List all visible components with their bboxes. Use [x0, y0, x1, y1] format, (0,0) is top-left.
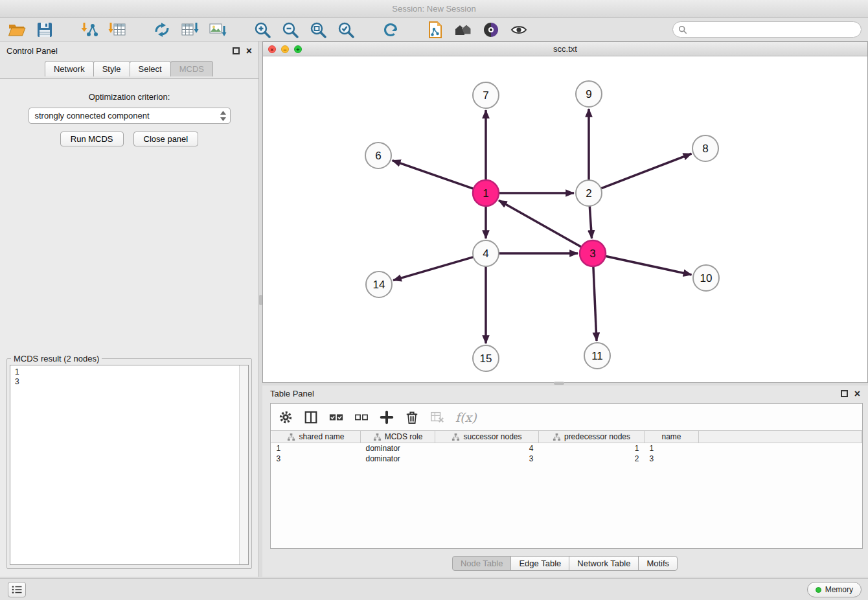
network-window-titlebar[interactable]: × − + scc.txt [263, 42, 867, 56]
graph-node-8[interactable]: 8 [692, 135, 718, 161]
column-header-predecessor-nodes[interactable]: predecessor nodes [539, 431, 645, 443]
edge-3-1[interactable] [499, 200, 582, 247]
close-window-icon[interactable]: × [268, 45, 276, 53]
table-settings-gear-icon[interactable] [279, 410, 293, 424]
zoom-out-icon[interactable] [281, 21, 299, 39]
mcds-result-legend: MCDS result (2 nodes) [11, 354, 102, 363]
app-titlebar: Session: New Session [0, 0, 868, 17]
vertical-splitter-handle[interactable] [259, 295, 262, 305]
delete-column-trash-icon[interactable] [405, 410, 419, 424]
graph-node-11[interactable]: 11 [584, 343, 610, 369]
tab-network-table[interactable]: Network Table [569, 556, 639, 571]
cell-filler [699, 454, 862, 464]
cell-successor-nodes[interactable]: 3 [435, 454, 539, 464]
network-file-icon[interactable] [426, 21, 444, 39]
export-image-icon[interactable] [209, 21, 227, 39]
eye-icon[interactable] [510, 21, 528, 39]
edge-2-8[interactable] [601, 154, 692, 189]
criterion-dropdown[interactable]: strongly connected component [29, 108, 231, 124]
select-all-icon[interactable] [329, 410, 343, 424]
function-builder-icon[interactable]: f(x) [455, 410, 477, 424]
column-tree-icon [451, 433, 460, 441]
style-eye-icon[interactable] [482, 21, 500, 39]
deselect-all-icon[interactable] [354, 410, 369, 424]
open-session-icon[interactable] [8, 21, 26, 39]
float-table-panel-icon[interactable] [841, 390, 848, 397]
graph-node-3[interactable]: 3 [580, 240, 606, 266]
cell-successor-nodes[interactable]: 4 [435, 443, 539, 454]
cell-mcds-role[interactable]: dominator [361, 454, 435, 464]
zoom-in-icon[interactable] [253, 21, 271, 39]
import-network-icon[interactable] [80, 21, 98, 39]
table-row[interactable]: 3 dominator 3 2 3 [271, 454, 862, 464]
export-table-icon[interactable] [181, 21, 199, 39]
add-column-plus-icon[interactable] [380, 410, 394, 424]
cell-predecessor-nodes[interactable]: 1 [539, 443, 645, 454]
show-columns-icon[interactable] [304, 410, 318, 424]
log-console-button[interactable] [8, 582, 26, 597]
save-session-icon[interactable] [36, 21, 54, 39]
graph-node-10[interactable]: 10 [693, 265, 719, 291]
tab-edge-table[interactable]: Edge Table [510, 556, 569, 571]
edge-2-3[interactable] [589, 206, 591, 238]
cell-name[interactable]: 1 [645, 443, 699, 454]
mcds-result-box[interactable]: 1 3 [10, 365, 249, 565]
graph-node-15[interactable]: 15 [473, 345, 499, 371]
table-panel-tabs: Node Table Edge Table Network Table Moti… [262, 556, 868, 571]
cell-mcds-role[interactable]: dominator [361, 443, 435, 454]
edge-1-6[interactable] [393, 161, 474, 189]
edge-3-11[interactable] [593, 266, 597, 341]
refresh-icon[interactable] [382, 21, 400, 39]
svg-text:4: 4 [483, 248, 488, 260]
edge-4-14[interactable] [393, 257, 474, 281]
horizontal-splitter-handle[interactable] [554, 382, 564, 385]
minimize-window-icon[interactable]: − [281, 45, 289, 53]
column-header-name[interactable]: name [645, 431, 699, 443]
edge-3-10[interactable] [606, 256, 692, 275]
import-table-icon[interactable] [108, 21, 126, 39]
network-window: × − + scc.txt 7968124310141511 [262, 41, 868, 383]
cell-name[interactable]: 3 [645, 454, 699, 464]
svg-text:11: 11 [591, 350, 603, 362]
close-panel-button[interactable]: Close panel [133, 132, 199, 146]
column-header-shared-name[interactable]: shared name [271, 431, 361, 443]
zoom-selected-icon[interactable] [337, 21, 355, 39]
cell-filler [699, 443, 862, 454]
svg-text:6: 6 [375, 150, 381, 162]
close-table-panel-icon[interactable]: × [854, 390, 860, 397]
graph-node-2[interactable]: 2 [576, 180, 602, 206]
neighbors-icon[interactable] [454, 21, 472, 39]
search-input[interactable] [687, 25, 861, 34]
control-panel-header: Control Panel × [0, 41, 258, 60]
cell-shared-name[interactable]: 1 [271, 443, 361, 454]
tab-select[interactable]: Select [130, 61, 171, 76]
cell-predecessor-nodes[interactable]: 2 [539, 454, 645, 464]
zoom-fit-icon[interactable] [309, 21, 327, 39]
graph-node-6[interactable]: 6 [365, 143, 391, 168]
close-panel-icon[interactable]: × [246, 47, 252, 54]
run-mcds-button[interactable]: Run MCDS [60, 132, 124, 146]
column-header-mcds-role[interactable]: MCDS role [361, 431, 435, 443]
tab-network[interactable]: Network [45, 61, 94, 76]
export-network-icon[interactable] [153, 21, 171, 39]
tab-mcds[interactable]: MCDS [170, 61, 213, 76]
graph-node-1[interactable]: 1 [473, 180, 499, 206]
table-row[interactable]: 1 dominator 4 1 1 [271, 443, 862, 454]
column-header-successor-nodes[interactable]: successor nodes [435, 431, 539, 443]
graph-node-4[interactable]: 4 [473, 240, 499, 266]
graph-node-14[interactable]: 14 [366, 271, 392, 297]
network-canvas[interactable]: 7968124310141511 [263, 57, 867, 382]
graph-node-9[interactable]: 9 [576, 81, 602, 107]
delete-table-icon[interactable] [430, 410, 444, 424]
memory-button[interactable]: Memory [807, 582, 862, 597]
maximize-window-icon[interactable]: + [294, 45, 302, 53]
graph-node-7[interactable]: 7 [473, 82, 499, 108]
tab-node-table[interactable]: Node Table [452, 556, 512, 571]
tab-style[interactable]: Style [93, 61, 130, 76]
column-header-filler [699, 431, 862, 443]
tab-motifs[interactable]: Motifs [638, 556, 678, 571]
cell-shared-name[interactable]: 3 [271, 454, 361, 464]
search-box[interactable] [672, 21, 862, 38]
float-panel-icon[interactable] [233, 47, 240, 54]
result-scrollbar[interactable] [239, 365, 248, 564]
